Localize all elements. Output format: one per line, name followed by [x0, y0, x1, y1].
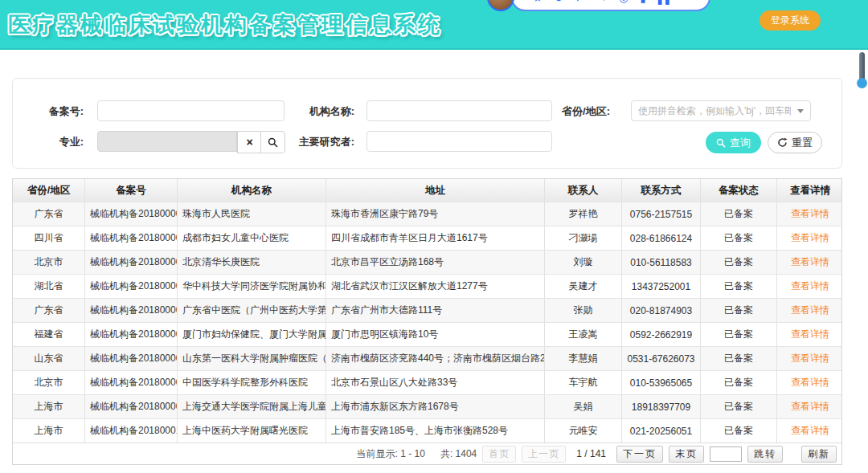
cell-phone: 0531-67626073 [622, 347, 701, 370]
cell-region: 山东省 [13, 347, 85, 370]
cell-institution: 珠海市人民医院 [178, 202, 326, 226]
last-page-button[interactable]: 末页 [669, 446, 704, 463]
scrollbar-thumb[interactable] [857, 78, 867, 88]
cell-institution: 山东第一医科大学附属肿瘤医院（... [178, 347, 326, 370]
bar-icon[interactable]: ▮ [640, 0, 645, 3]
filter-actions: 查询 重置 [706, 132, 822, 153]
jump-button[interactable]: 跳转 [747, 446, 783, 463]
cell-institution: 华中科技大学同济医学院附属协和医院 [178, 275, 326, 298]
cell-phone: 010-56118583 [622, 251, 701, 274]
cell-address: 上海市浦东新区东方路1678号 [326, 395, 545, 418]
first-page-button[interactable]: 首页 [482, 446, 516, 463]
columns-icon[interactable]: ▌▌ [658, 0, 673, 3]
table-row: 山东省 械临机构备201800007 山东第一医科大学附属肿瘤医院（... 济南… [13, 346, 841, 370]
status-badge: 已备案 [701, 275, 777, 298]
cell-contact: 刘璇 [545, 251, 622, 274]
view-detail-link[interactable]: 查看详情 [777, 323, 843, 346]
cell-phone: 0756-2157515 [622, 202, 701, 226]
institution-label: 机构名称: [284, 101, 354, 122]
login-button[interactable]: 登录系统 [760, 10, 821, 31]
star-icon[interactable]: ★ [533, 0, 542, 3]
col-header-status: 备案状态 [701, 179, 777, 202]
total-count-text: 共: 1404 [440, 447, 477, 461]
status-badge: 已备案 [701, 347, 777, 370]
col-header-filing-no: 备案号 [85, 179, 178, 202]
filing-no-label: 备案号: [13, 101, 84, 122]
cell-institution: 广东省中医院（广州中医药大学第... [178, 299, 326, 322]
view-detail-link[interactable]: 查看详情 [777, 347, 843, 370]
query-button[interactable]: 查询 [706, 132, 761, 153]
cell-contact: 罗祥艳 [545, 202, 622, 226]
refresh-button[interactable]: 刷新 [801, 446, 837, 463]
clear-icon[interactable]: × [237, 131, 262, 153]
app-header: 医疗器械临床试验机构备案管理信息系统 登录系统 ★↺↗→◎▮▌▌▫ [0, 0, 868, 50]
status-badge: 已备案 [701, 419, 777, 442]
cell-institution: 厦门市妇幼保健院、厦门大学附属... [178, 323, 326, 346]
col-header-detail: 查看详情 [777, 179, 843, 202]
cell-region: 福建省 [13, 323, 85, 346]
view-detail-link[interactable]: 查看详情 [777, 226, 843, 250]
share-icon[interactable]: ↗ [575, 0, 584, 3]
pi-input[interactable] [366, 131, 552, 152]
cell-address: 厦门市思明区镇海路10号 [326, 323, 545, 346]
cell-region: 广东省 [13, 202, 85, 226]
cell-region: 广东省 [13, 299, 85, 322]
cell-institution: 上海中医药大学附属曙光医院 [178, 419, 326, 442]
col-header-contact: 联系人 [545, 179, 622, 202]
table-row: 上海市 械临机构备201800009 上海交通大学医学院附属上海儿童... 上海… [13, 394, 841, 418]
cell-phone: 13437252001 [622, 275, 701, 298]
table-row: 福建省 械临机构备201800006 厦门市妇幼保健院、厦门大学附属... 厦门… [13, 322, 841, 346]
view-detail-link[interactable]: 查看详情 [777, 275, 843, 298]
undo-icon[interactable]: ↺ [555, 0, 563, 3]
province-select[interactable] [631, 100, 811, 121]
cell-filing-no: 械临机构备201800008 [85, 371, 178, 394]
next-page-button[interactable]: 下一页 [616, 446, 663, 463]
arrow-icon[interactable]: → [596, 0, 607, 3]
search-icon[interactable] [260, 131, 285, 153]
institution-input[interactable] [366, 100, 552, 121]
specialty-input[interactable] [97, 131, 237, 152]
cell-address: 广东省广州市大德路111号 [326, 299, 545, 322]
cell-region: 湖北省 [13, 275, 85, 298]
filing-no-input[interactable] [97, 100, 285, 121]
table-row: 广东省 械临机构备201800001 珠海市人民医院 珠海市香洲区康宁路79号 … [13, 202, 841, 226]
cell-filing-no: 械临机构备201800009 [85, 395, 178, 418]
view-detail-link[interactable]: 查看详情 [777, 371, 843, 394]
jump-page-input[interactable] [710, 446, 742, 462]
view-detail-link[interactable]: 查看详情 [777, 419, 843, 442]
prev-page-button[interactable]: 上一页 [522, 446, 566, 463]
target-icon[interactable]: ◎ [619, 0, 628, 3]
col-header-institution: 机构名称 [178, 179, 326, 202]
cell-filing-no: 械临机构备201800003 [85, 251, 178, 274]
cell-address: 济南市槐荫区济兖路440号；济南市槐荫区烟台路2999号 [326, 347, 545, 370]
cell-address: 四川省成都市青羊区日月大道1617号 [326, 226, 545, 250]
cell-contact: 张勋 [545, 299, 622, 322]
view-detail-link[interactable]: 查看详情 [777, 299, 843, 322]
cell-address: 上海市普安路185号、上海市张衡路528号 [326, 419, 545, 442]
cell-contact: 吴建才 [545, 275, 622, 298]
table-row: 上海市 械临机构备201800010 上海中医药大学附属曙光医院 上海市普安路1… [13, 418, 841, 442]
cell-filing-no: 械临机构备201800005 [85, 299, 178, 322]
cell-contact: 刁灏瑒 [545, 226, 622, 250]
showing-range-text: 当前显示: 1 - 10 [357, 447, 425, 461]
province-select-input[interactable] [631, 100, 811, 121]
table-row: 北京市 械临机构备201800008 中国医学科学院整形外科医院 北京市石景山区… [13, 370, 841, 394]
cell-address: 湖北省武汉市江汉区解放大道1277号 [326, 275, 545, 298]
square-icon[interactable]: ▫ [685, 0, 689, 3]
status-badge: 已备案 [701, 371, 777, 394]
avatar[interactable] [487, 0, 514, 11]
institutions-table: 省份/地区 备案号 机构名称 地址 联系人 联系方式 备案状态 查看详情 广东省… [12, 178, 842, 465]
view-detail-link[interactable]: 查看详情 [777, 251, 843, 274]
cell-filing-no: 械临机构备201800002 [85, 226, 178, 250]
view-detail-link[interactable]: 查看详情 [777, 395, 843, 418]
cell-filing-no: 械临机构备201800006 [85, 323, 178, 346]
status-badge: 已备案 [701, 299, 777, 322]
col-header-address: 地址 [326, 179, 545, 202]
cell-contact: 李慧娟 [545, 347, 622, 370]
cell-phone: 028-61866124 [622, 226, 701, 250]
view-detail-link[interactable]: 查看详情 [777, 202, 843, 226]
search-filter-panel: 备案号: 机构名称: 省份/地区: 专业: × 主要研究者: 查询 重置 [12, 78, 842, 169]
table-row: 广东省 械临机构备201800005 广东省中医院（广州中医药大学第... 广东… [13, 298, 841, 322]
reset-button[interactable]: 重置 [768, 132, 822, 153]
pi-label: 主要研究者: [284, 132, 354, 153]
